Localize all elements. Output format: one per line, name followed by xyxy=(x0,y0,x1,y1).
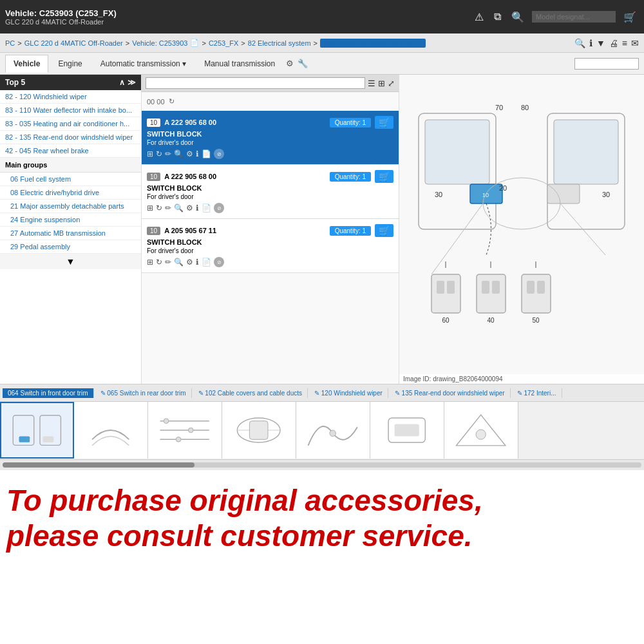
btab-4[interactable]: ✎ 135 Rear-end door windshield wiper xyxy=(390,388,511,398)
copy-icon-btn[interactable]: ⧉ xyxy=(491,10,504,24)
refresh-icon-0[interactable]: ↻ xyxy=(156,149,162,158)
filter-icon[interactable]: ▼ xyxy=(596,38,605,48)
grid-view-btn[interactable]: ⊞ xyxy=(378,79,385,88)
settings2-icon-0[interactable]: ⚙ xyxy=(186,149,193,158)
thumb-6[interactable] xyxy=(444,402,518,459)
main-groups-header: Main groups xyxy=(0,158,141,173)
breadcrumb-vehicle-code[interactable]: Vehicle: C253903 xyxy=(132,39,187,47)
svg-point-46 xyxy=(330,430,336,437)
svg-text:30: 30 xyxy=(602,191,610,198)
breadcrumb-doc-icon[interactable]: 📄 xyxy=(190,39,199,47)
info-icon[interactable]: ℹ xyxy=(589,38,592,48)
warning-icon-btn[interactable]: ⚠ xyxy=(472,10,486,24)
btab-5[interactable]: ✎ 172 Interi... xyxy=(512,388,562,398)
cart-btn-1[interactable]: 🛒 xyxy=(375,170,393,183)
table-icon-1[interactable]: ⊞ xyxy=(147,204,153,213)
barcode-icon[interactable]: ≡ xyxy=(622,38,627,48)
settings2-icon-2[interactable]: ⚙ xyxy=(186,258,193,267)
cart-btn-0[interactable]: 🛒 xyxy=(375,116,393,129)
table-icon-2[interactable]: ⊞ xyxy=(147,258,153,267)
edit-icon-1[interactable]: ✏ xyxy=(165,204,171,213)
search2-icon-1[interactable]: 🔍 xyxy=(174,204,184,213)
expand-btn[interactable]: ⤢ xyxy=(388,79,395,88)
breadcrumb-pc[interactable]: PC xyxy=(5,39,15,47)
top-bar-actions: ⚠ ⧉ 🔍 🛒 xyxy=(472,10,639,24)
sidebar-scroll-down[interactable]: ▼ xyxy=(0,254,141,269)
scroll-thumb[interactable] xyxy=(3,462,194,468)
svg-point-39 xyxy=(189,428,194,433)
thumb-0[interactable] xyxy=(0,402,74,459)
tab-engine[interactable]: Engine xyxy=(50,55,90,73)
tools-icon[interactable]: 🔧 xyxy=(298,59,308,68)
part-desc-0: For driver's door xyxy=(147,139,393,146)
thumb-4[interactable] xyxy=(296,402,370,459)
table-icon-0[interactable]: ⊞ xyxy=(147,149,153,158)
search2-icon-2[interactable]: 🔍 xyxy=(174,258,184,267)
part-row-1-header: 10 A 222 905 68 00 Quantity: 1 🛒 xyxy=(147,170,393,183)
thumb-1[interactable] xyxy=(74,402,148,459)
group-item-06[interactable]: 06 Fuel cell system xyxy=(0,173,141,186)
btab-0[interactable]: 064 Switch in front door trim xyxy=(3,388,94,398)
print-icon[interactable]: 🖨 xyxy=(609,38,618,48)
doc-icon-0[interactable]: 📄 xyxy=(202,149,211,158)
sidebar-item-3[interactable]: 82 - 135 Rear-end door windshield wiper xyxy=(0,131,141,144)
tab-vehicle[interactable]: Vehicle xyxy=(5,55,48,73)
tab-automatic-transmission[interactable]: Automatic transmission ▾ xyxy=(92,55,194,73)
sidebar-item-4[interactable]: 42 - 045 Rear wheel brake xyxy=(0,144,141,158)
cart-btn-2[interactable]: 🛒 xyxy=(375,224,393,237)
info2-icon-2[interactable]: ℹ xyxy=(196,258,199,267)
breadcrumb-vehicle-model[interactable]: GLC 220 d 4MATIC Off-Roader xyxy=(24,39,123,47)
parts-search-input[interactable] xyxy=(146,77,365,89)
model-designator-input[interactable] xyxy=(532,11,616,23)
doc-icon-1[interactable]: 📄 xyxy=(202,204,211,213)
scroll-track[interactable] xyxy=(3,462,641,468)
btab-1[interactable]: ✎ 065 Switch in rear door trim xyxy=(95,388,192,398)
edit-icon-0[interactable]: ✏ xyxy=(165,149,171,158)
refresh-icon-2[interactable]: ↻ xyxy=(156,258,162,267)
group-item-24[interactable]: 24 Engine suspension xyxy=(0,213,141,227)
group-item-27[interactable]: 27 Automatic MB transmission xyxy=(0,227,141,240)
info2-icon-1[interactable]: ℹ xyxy=(196,204,199,213)
search2-icon-0[interactable]: 🔍 xyxy=(174,149,184,158)
group-item-08[interactable]: 08 Electric drive/hybrid drive xyxy=(0,186,141,200)
btab-3[interactable]: ✎ 120 Windshield wiper xyxy=(309,388,388,398)
mail-icon[interactable]: ✉ xyxy=(631,38,639,48)
sidebar-item-2[interactable]: 83 - 035 Heating and air conditioner h..… xyxy=(0,117,141,131)
doc-icon-2[interactable]: 📄 xyxy=(202,258,211,267)
zoom-icon[interactable]: 🔍 xyxy=(574,38,585,48)
settings2-icon-1[interactable]: ⚙ xyxy=(186,204,193,213)
part-pos-1: 10 xyxy=(147,173,160,181)
thumb-5[interactable] xyxy=(370,402,444,459)
search-icon-btn[interactable]: 🔍 xyxy=(509,10,527,24)
tab-search-area xyxy=(574,58,639,70)
bottom-tabs-strip: 064 Switch in front door trim ✎ 065 Swit… xyxy=(0,384,644,402)
breadcrumb-electrical[interactable]: 82 Electrical system xyxy=(248,39,311,47)
info2-icon-0[interactable]: ℹ xyxy=(196,149,199,158)
thumb-3[interactable] xyxy=(222,402,296,459)
sidebar-item-0[interactable]: 82 - 120 Windshield wiper xyxy=(0,90,141,104)
group-item-21[interactable]: 21 Major assembly detachable parts xyxy=(0,200,141,213)
btab-2[interactable]: ✎ 102 Cable covers and cable ducts xyxy=(193,388,308,398)
breadcrumb-c253fx[interactable]: C253_FX xyxy=(209,39,238,47)
tab-manual-transmission[interactable]: Manual transmission xyxy=(196,55,283,73)
breadcrumb-active[interactable]: 064 Switch in front door trim ▼ xyxy=(320,39,426,48)
svg-text:20: 20 xyxy=(499,184,507,192)
refresh-icon-1[interactable]: ↻ xyxy=(156,204,162,213)
tab-search-input[interactable] xyxy=(574,58,639,70)
loading-indicator: 00 00 ↻ xyxy=(142,92,399,111)
expand-icon[interactable]: ≫ xyxy=(128,78,136,87)
list-view-btn[interactable]: ☰ xyxy=(368,79,375,88)
collapse-icon[interactable]: ∧ xyxy=(119,78,125,87)
group-item-29[interactable]: 29 Pedal assembly xyxy=(0,240,141,254)
sidebar-item-1[interactable]: 83 - 110 Water deflector with intake bo.… xyxy=(0,104,141,117)
svg-text:10: 10 xyxy=(482,192,489,198)
edit-icon-2[interactable]: ✏ xyxy=(165,258,171,267)
top-bar-info: Vehicle: C253903 (C253_FX) GLC 220 d 4MA… xyxy=(5,8,117,26)
svg-rect-2 xyxy=(425,120,489,184)
sidebar: Top 5 ∧ ≫ 82 - 120 Windshield wiper 83 -… xyxy=(0,75,142,384)
settings-icon[interactable]: ⚙ xyxy=(286,59,294,68)
cart-icon-btn[interactable]: 🛒 xyxy=(621,10,639,24)
bottom-ad: To purchase original accessories, please… xyxy=(0,470,644,567)
svg-text:40: 40 xyxy=(487,317,495,324)
thumb-2[interactable] xyxy=(148,402,222,459)
